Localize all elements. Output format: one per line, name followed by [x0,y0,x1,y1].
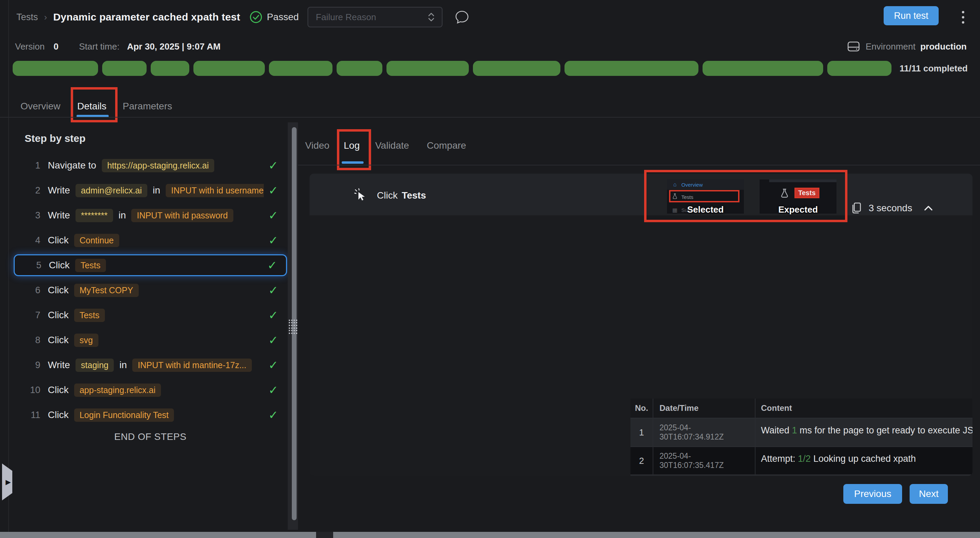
run-test-button[interactable]: Run test [884,6,939,25]
log-row-timestamp: 2025-04-30T16:07:35.417Z [660,452,755,470]
step-value-badge: staging [75,358,114,372]
tab-compare[interactable]: Compare [427,140,466,151]
tab-overview[interactable]: Overview [21,101,60,112]
progress-segment [102,61,146,76]
step-row[interactable]: 8 Clicksvg ✓ [14,329,287,351]
step-description: Navigate tohttps://app-staging.relicx.ai [48,159,264,172]
log-row-number: 1 [630,423,653,442]
horizontal-scrollbar-thumb-right[interactable] [333,532,980,538]
step-row[interactable]: 2 Writeadmin@relicx.aiinINPUT with id us… [14,180,287,201]
step-action-text: Click [48,310,69,321]
step-description: ClickLogin Functionality Test [48,409,264,422]
next-button[interactable]: Next [910,484,948,504]
comment-bubble-icon[interactable] [454,9,470,25]
step-row[interactable]: 11 ClickLogin Functionality Test ✓ [14,404,287,426]
log-row-content: Attempt: 1/2 Looking up cached xpath [761,454,916,464]
step-selector-badge: Continue [74,234,119,247]
tab-parameters[interactable]: Parameters [123,101,172,112]
progress-segment [337,61,382,76]
step-selector-badge: INPUT with id username [166,184,264,197]
progress-segment [193,61,265,76]
status-badge: Passed [249,10,299,24]
selected-thumbnail-label: Selected [667,204,744,215]
version-value: 0 [54,41,59,52]
step-row[interactable]: 6 ClickMyTest COPY ✓ [14,279,287,301]
step-action-text: Click [48,334,69,345]
log-row-number: 2 [630,452,653,470]
home-icon: ⌂ [672,181,678,188]
step-number: 1 [25,160,40,171]
step-selector-badge: Tests [74,309,105,322]
progress-segment [151,61,189,76]
step-selector-badge: svg [74,334,99,347]
step-row[interactable]: 9 WritestaginginINPUT with id mantine-17… [14,354,287,376]
expand-triangle-icon: ▶ [5,478,11,486]
log-col-datetime: Date/Time [653,398,756,418]
step-row[interactable]: 7 ClickTests ✓ [14,304,287,326]
step-row[interactable]: 5 ClickTests ✓ [14,254,287,276]
step-action-text: Click [49,260,70,271]
step-number: 10 [25,385,40,395]
step-row[interactable]: 3 Write********inINPUT with id password … [14,204,287,226]
page-title: Dynamic parameter cached xpath test [53,11,240,23]
steps-list: 1 Navigate tohttps://app-staging.relicx.… [14,154,287,429]
breadcrumb[interactable]: Tests [16,12,38,22]
step-description: ClickMyTest COPY [48,284,264,297]
environment-label: Environment [865,41,915,52]
copy-icon[interactable] [851,202,862,215]
collapse-chevron-up-icon[interactable] [923,204,934,212]
tab-video[interactable]: Video [305,140,329,151]
progress-segment [473,61,560,76]
step-success-check-icon: ✓ [269,283,278,297]
log-table-header-row: No. Date/Time Content [630,398,972,419]
progress-segment [827,61,891,76]
status-label: Passed [267,12,299,22]
step-action-text: in [119,210,126,221]
environment-value: production [920,41,967,52]
step-number: 9 [25,360,40,371]
step-success-check-icon: ✓ [269,358,278,372]
step-description: Clickapp-staging.relicx.ai [48,384,264,397]
step-row[interactable]: 10 Clickapp-staging.relicx.ai ✓ [14,379,287,401]
step-number: 4 [25,235,40,246]
failure-reason-placeholder: Failure Reason [316,12,376,22]
step-success-check-icon: ✓ [269,383,278,397]
environment-info: Environment production [846,37,967,56]
passed-check-icon [249,10,263,24]
thumb-nav-overview: ⌂ Overview [667,180,744,190]
step-number: 3 [25,210,40,221]
progress-segment [387,61,469,76]
step-selector-badge: MyTest COPY [74,284,139,297]
log-row-timestamp: 2025-04-30T16:07:34.912Z [660,423,755,442]
step-description: ClickTests [48,309,264,322]
step-action-text: Click [48,409,69,420]
step-number: 5 [26,260,41,271]
flask-icon [780,188,789,198]
step-action-text: Write [48,360,70,371]
step-row[interactable]: 4 ClickContinue ✓ [14,229,287,251]
step-value-badge: ******** [75,209,113,222]
step-action-text: Write [48,185,70,196]
tabs-divider [0,117,980,118]
step-description: Clicksvg [48,334,264,347]
annotation-box-selected-target [669,190,740,202]
header-bar: Tests › Dynamic parameter cached xpath t… [0,0,980,34]
overflow-menu-button[interactable] [956,9,970,25]
tab-validate[interactable]: Validate [375,140,409,151]
app-window: Tests › Dynamic parameter cached xpath t… [0,0,980,538]
step-description: Write********inINPUT with id password [48,209,264,222]
panel-resize-handle[interactable] [288,319,298,334]
step-action-text: Navigate to [48,160,96,171]
expand-sidebar-handle[interactable]: ▶ [2,463,12,500]
annotation-box-log [337,129,371,170]
end-of-steps-label: END OF STEPS [14,431,287,442]
step-row[interactable]: 1 Navigate tohttps://app-staging.relicx.… [14,154,287,177]
version-label: Version [15,41,45,52]
log-col-content: Content [756,398,972,418]
failure-reason-select[interactable]: Failure Reason [307,7,442,27]
progress-segment [565,61,699,76]
log-table-row: 3 2025-04-30T16:07:35.423Z Looking up th… [630,476,972,476]
progress-segments [13,61,891,76]
previous-button[interactable]: Previous [843,484,902,504]
horizontal-scrollbar-thumb-left[interactable] [0,532,316,538]
